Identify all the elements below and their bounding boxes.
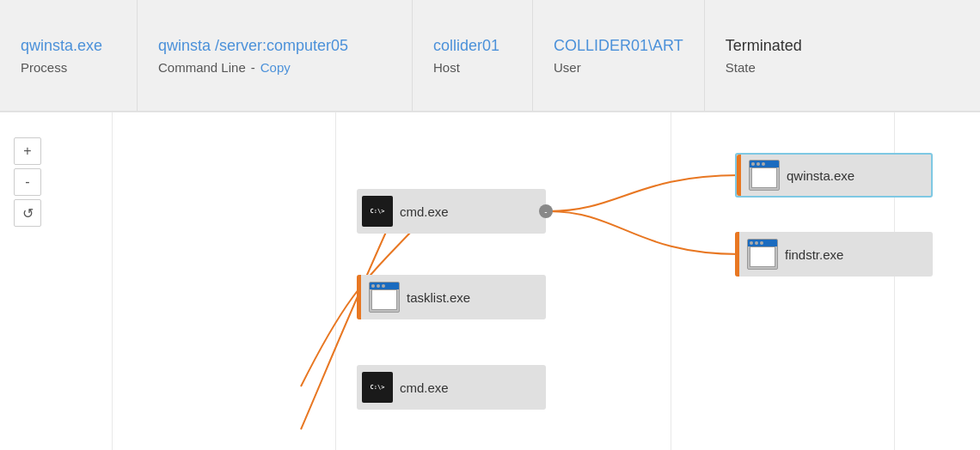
- grid-line-v3: [671, 112, 671, 450]
- host-label: Host: [433, 60, 511, 75]
- node-cmd: C:\> cmd.exe -: [357, 189, 546, 234]
- cmd-label: cmd.exe: [400, 204, 449, 219]
- state-value: Terminated: [726, 37, 830, 55]
- cmd-connector[interactable]: -: [539, 204, 553, 218]
- header: qwinsta.exe Process qwinsta /server:comp…: [0, 0, 980, 112]
- findstr-orange-bar: [735, 232, 739, 277]
- qwinsta-icon: [749, 160, 780, 191]
- header-cell-user: COLLIDER01\ART User: [533, 0, 705, 111]
- commandline-separator: -: [251, 60, 255, 75]
- commandline-label: Command Line: [158, 60, 246, 75]
- copy-link[interactable]: Copy: [260, 60, 291, 75]
- reset-button[interactable]: ↺: [14, 199, 41, 227]
- zoom-out-button[interactable]: -: [14, 168, 41, 196]
- process-label: Process: [21, 60, 116, 75]
- qwinsta-label: qwinsta.exe: [787, 168, 854, 183]
- grid-line-v1: [112, 112, 113, 450]
- tasklist-orange-bar: [357, 275, 361, 319]
- user-label: User: [554, 60, 683, 75]
- cmd2-icon: C:\>: [362, 372, 393, 403]
- tasklist-icon: [369, 282, 400, 313]
- user-value[interactable]: COLLIDER01\ART: [554, 37, 683, 55]
- tasklist-label: tasklist.exe: [407, 290, 470, 305]
- host-value[interactable]: collider01: [433, 37, 511, 55]
- process-value[interactable]: qwinsta.exe: [21, 37, 116, 55]
- cmd-icon: C:\>: [362, 196, 393, 227]
- header-cell-host: collider01 Host: [413, 0, 533, 111]
- node-tasklist: tasklist.exe: [357, 275, 546, 319]
- controls-panel: + - ↺: [14, 137, 41, 227]
- cmd2-label: cmd.exe: [400, 380, 449, 395]
- header-cell-process: qwinsta.exe Process: [0, 0, 138, 111]
- node-qwinsta: qwinsta.exe: [735, 153, 933, 198]
- findstr-icon: [747, 239, 778, 270]
- commandline-value[interactable]: qwinsta /server:computer05: [158, 37, 391, 55]
- findstr-label: findstr.exe: [785, 247, 843, 262]
- node-findstr: findstr.exe: [735, 232, 933, 277]
- graph-area: + - ↺ C:\> cmd.exe - qwinsta.ex: [0, 112, 980, 450]
- grid-line-h1: [0, 112, 980, 112]
- node-cmd2: C:\> cmd.exe: [357, 365, 546, 410]
- state-label: State: [726, 60, 830, 75]
- qwinsta-orange-bar: [737, 155, 741, 196]
- zoom-in-button[interactable]: +: [14, 137, 41, 165]
- grid-line-v2: [335, 112, 336, 450]
- header-cell-commandline: qwinsta /server:computer05 Command Line …: [138, 0, 413, 111]
- header-cell-state: Terminated State: [705, 0, 851, 111]
